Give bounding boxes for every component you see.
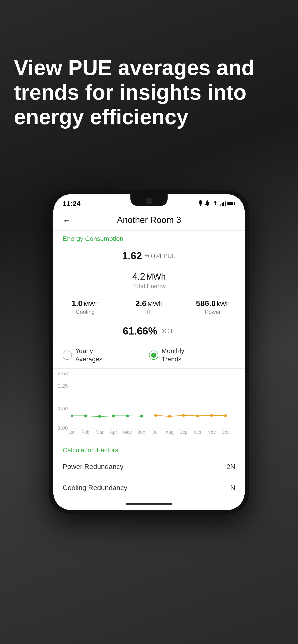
x-label-sep: Sep [179, 430, 188, 435]
pue-variance: ±0.04 [144, 252, 162, 260]
chart-tabs: YearlyAverages MonthlyTrends [53, 342, 245, 368]
yearly-radio[interactable] [63, 350, 72, 360]
orange-dot-dec [224, 414, 227, 417]
metrics-grid: 1.0 MWh Cooling 2.6 MWh IT [53, 294, 245, 320]
x-label-mar: Mar [96, 430, 104, 435]
calc-factors-section: Calculation Factors [53, 442, 245, 456]
svg-rect-6 [228, 202, 233, 205]
phone-inner: 11:24 [53, 194, 245, 510]
x-label-oct: Oct [194, 430, 201, 435]
hero-text: View PUE averages and trends for insight… [14, 56, 284, 129]
x-label-aug: Aug [165, 430, 174, 435]
orange-dot-aug [168, 415, 171, 418]
phone-notch [130, 194, 168, 206]
svg-rect-1 [220, 204, 221, 206]
x-label-jul: Jul [152, 430, 159, 435]
wifi-icon [212, 201, 219, 206]
screen-title: Another Room 3 [117, 215, 181, 225]
battery-icon [227, 202, 235, 206]
signal-icon [220, 201, 226, 206]
x-label-dec: Dec [221, 430, 230, 435]
y-label-225: 2.25 [58, 383, 68, 389]
cooling-redundancy-name: Cooling Redundancy [63, 484, 127, 492]
y-label-263: 2.63 [58, 371, 68, 376]
green-dot-jun [140, 415, 143, 418]
pue-row: 1.62 ±0.04 PUE [53, 245, 245, 267]
yearly-averages-option[interactable]: YearlyAverages [63, 347, 149, 364]
app-header: ← Another Room 3 [53, 210, 245, 230]
dcie-percent: % [148, 325, 157, 337]
it-metric: 2.6 MWh IT [117, 294, 181, 320]
total-energy-row: 4.2 MWh Total Energy [53, 267, 245, 294]
status-icons [198, 200, 235, 207]
x-label-apr: Apr [110, 430, 117, 435]
app-content: Energy Consumption 1.62 ±0.04 PUE 4.2 MW… [53, 230, 245, 498]
power-redundancy-row: Power Redundancy 2N [53, 456, 245, 477]
total-energy-unit: MWh [146, 272, 166, 282]
dcie-label: DCiE [159, 327, 175, 335]
phone-outer: 11:24 [49, 190, 249, 514]
green-dot-jan [71, 414, 73, 417]
svg-rect-4 [225, 202, 226, 206]
svg-rect-7 [234, 203, 235, 204]
yearly-label: YearlyAverages [75, 347, 103, 364]
monthly-trends-option[interactable]: MonthlyTrends [149, 347, 235, 364]
pue-unit: PUE [164, 252, 176, 260]
phone-mockup: 11:24 [49, 190, 249, 514]
green-dot-apr [112, 414, 115, 417]
x-label-feb: Feb [82, 430, 90, 435]
status-time: 11:24 [63, 200, 81, 208]
front-camera [146, 198, 152, 204]
orange-dot-sep [182, 414, 185, 417]
green-dot-feb [84, 414, 87, 417]
orange-dot-nov [210, 414, 213, 417]
x-label-jun: Jun [138, 430, 145, 435]
green-dot-may [126, 414, 129, 417]
y-label-100: 1.00 [58, 425, 68, 431]
monthly-label: MonthlyTrends [162, 347, 184, 364]
total-energy-value: 4.2 [132, 271, 145, 282]
y-label-150: 1.50 [58, 406, 68, 411]
orange-trend-line [155, 416, 226, 416]
dcie-value: 61.66 [123, 325, 148, 337]
back-button[interactable]: ← [63, 215, 71, 225]
power-redundancy-name: Power Redundancy [63, 463, 123, 470]
notification-icon [205, 200, 210, 207]
green-trend-line [72, 416, 142, 416]
orange-dot-jul [154, 414, 157, 417]
power-redundancy-value: 2N [226, 463, 235, 470]
home-indicator [126, 503, 172, 505]
green-dot-mar [98, 415, 101, 418]
svg-rect-3 [223, 202, 224, 206]
power-label: Power [183, 309, 242, 315]
calc-factors-label: Calculation Factors [63, 446, 118, 454]
svg-rect-2 [222, 203, 223, 206]
energy-section-label: Energy Consumption [53, 230, 245, 245]
cooling-value: 1.0 MWh [56, 299, 115, 308]
chart-container: 2.63 2.25 1.50 1.00 [53, 368, 245, 442]
it-value: 2.6 MWh [120, 299, 178, 308]
power-metric: 586.0 kWh Power [181, 294, 245, 320]
orange-dot-oct [196, 414, 199, 417]
phone-bottom-bar [53, 498, 245, 510]
dcie-row: 61.66 % DCiE [53, 320, 245, 342]
cooling-redundancy-value: N [230, 484, 235, 492]
monthly-radio[interactable] [149, 350, 158, 360]
pue-value: 1.62 [122, 250, 142, 262]
it-label: IT [120, 309, 178, 315]
total-energy-label: Total Energy [63, 282, 235, 292]
cooling-redundancy-row: Cooling Redundancy N [53, 477, 245, 498]
power-value: 586.0 kWh [183, 299, 242, 308]
cooling-metric: 1.0 MWh Cooling [53, 294, 117, 320]
trend-chart: 2.63 2.25 1.50 1.00 [58, 371, 240, 436]
x-label-may: May [123, 430, 132, 435]
cooling-label: Cooling [56, 309, 115, 315]
x-label-jan: Jan [68, 430, 76, 435]
location-icon [198, 200, 203, 207]
x-label-nov: Nov [207, 430, 216, 435]
